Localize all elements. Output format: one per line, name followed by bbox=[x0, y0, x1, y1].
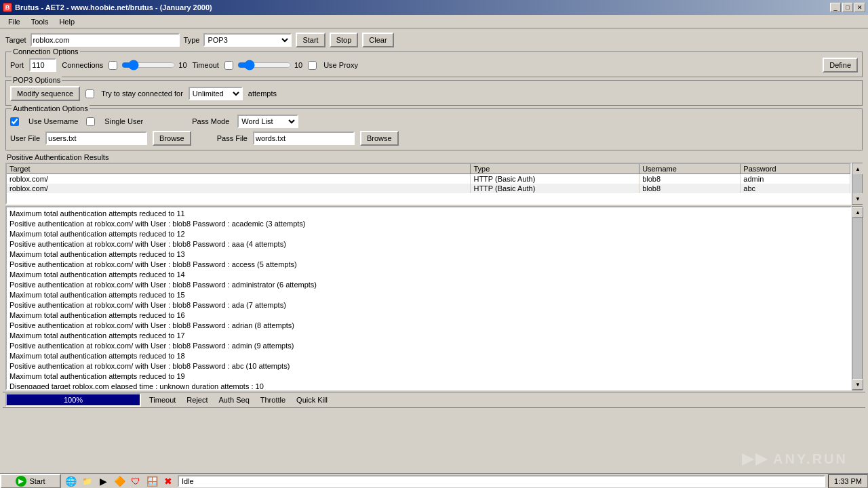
taskbar-icon-folder[interactable]: 📁 bbox=[80, 474, 94, 488]
user-file-input[interactable] bbox=[45, 131, 147, 145]
minimize-button[interactable]: _ bbox=[830, 3, 841, 12]
results-scrollbar[interactable]: ▲ ▼ bbox=[852, 163, 863, 205]
log-line: Maximum total authentication attempts re… bbox=[9, 270, 848, 280]
quick-kill-label-btn[interactable]: Quick Kill bbox=[296, 396, 328, 404]
cell-type: HTTP (Basic Auth) bbox=[471, 174, 639, 184]
log-line: Maximum total authentication attempts re… bbox=[9, 249, 848, 260]
results-title: Positive Authentication Results bbox=[5, 153, 863, 161]
taskbar-start-button[interactable]: ▶ Start bbox=[0, 474, 61, 489]
start-button[interactable]: Start bbox=[296, 33, 325, 47]
log-area[interactable]: Maximum total authentication attempts re… bbox=[5, 206, 852, 390]
log-line: Maximum total authentication attempts re… bbox=[9, 371, 848, 382]
pass-file-input[interactable] bbox=[253, 131, 355, 145]
taskbar-icon-app1[interactable]: 🪟 bbox=[145, 474, 159, 488]
use-proxy-check[interactable] bbox=[308, 61, 317, 70]
col-type: Type bbox=[471, 164, 639, 174]
col-username: Username bbox=[639, 164, 741, 174]
log-scrollbar[interactable]: ▲ ▼ bbox=[852, 206, 863, 390]
top-bar: Target Type POP3 HTTP (Basic Auth) HTTP … bbox=[3, 31, 865, 49]
taskbar: ▶ Start 🌐 📁 ▶ 🔶 🛡 🪟 ✖ Idle 1:33 PM bbox=[0, 473, 868, 488]
stop-button[interactable]: Stop bbox=[330, 33, 359, 47]
taskbar-icon-app2[interactable]: ✖ bbox=[161, 474, 175, 488]
use-username-label: Use Username bbox=[28, 117, 78, 125]
single-user-check[interactable] bbox=[86, 117, 95, 126]
pass-mode-select[interactable]: Word List Combo Brute Force bbox=[237, 115, 298, 128]
port-input[interactable] bbox=[29, 58, 56, 72]
status-text: Idle bbox=[178, 475, 825, 487]
pass-file-label: Pass File bbox=[217, 134, 248, 142]
user-file-label: User File bbox=[10, 134, 40, 142]
connections-value: 10 bbox=[178, 61, 186, 69]
cell-username: blob8 bbox=[639, 184, 741, 193]
log-scroll-down[interactable]: ▼ bbox=[852, 379, 863, 390]
taskbar-icon-ie[interactable]: 🌐 bbox=[64, 474, 77, 488]
browse-user-button[interactable]: Browse bbox=[153, 131, 191, 146]
results-table: Target Type Username Password roblox.com… bbox=[7, 164, 850, 193]
try-stay-check[interactable] bbox=[85, 89, 94, 98]
pop3-options-group: POP3 Options Modify sequence Try to stay… bbox=[5, 80, 863, 106]
cell-type: HTTP (Basic Auth) bbox=[471, 184, 639, 193]
scroll-up-button[interactable]: ▲ bbox=[852, 163, 863, 174]
menu-tools[interactable]: Tools bbox=[26, 16, 54, 27]
connections-label: Connections bbox=[62, 61, 103, 69]
pop3-options-row: Modify sequence Try to stay connected fo… bbox=[10, 83, 858, 101]
cell-target: roblox.com/ bbox=[7, 174, 471, 184]
connection-options-row: Port Connections 10 Timeout 10 Use Proxy… bbox=[10, 55, 858, 73]
log-line: Positive authentication at roblox.com/ w… bbox=[9, 300, 848, 310]
taskbar-icon-shield[interactable]: 🛡 bbox=[129, 474, 142, 488]
pass-mode-label: Pass Mode bbox=[192, 117, 229, 125]
connections-slider[interactable] bbox=[121, 60, 176, 70]
app-icon: B bbox=[3, 3, 12, 12]
connection-options-title: Connection Options bbox=[12, 47, 80, 56]
cell-username: blob8 bbox=[639, 174, 741, 184]
menu-file[interactable]: File bbox=[3, 16, 26, 27]
taskbar-icon-browser[interactable]: 🔶 bbox=[113, 474, 126, 488]
attempts-label: attempts bbox=[248, 89, 277, 98]
scroll-down-button[interactable]: ▼ bbox=[852, 193, 863, 204]
menu-help[interactable]: Help bbox=[54, 16, 80, 27]
close-button[interactable]: ✕ bbox=[854, 3, 865, 12]
taskbar-icons: 🌐 📁 ▶ 🔶 🛡 🪟 ✖ bbox=[64, 474, 175, 488]
define-button[interactable]: Define bbox=[823, 58, 858, 73]
results-table-wrapper: Target Type Username Password roblox.com… bbox=[5, 163, 852, 205]
table-row: roblox.com/ HTTP (Basic Auth) blob8 abc bbox=[7, 184, 850, 193]
target-input[interactable] bbox=[31, 33, 180, 47]
log-line: Positive authentication at roblox.com/ w… bbox=[9, 280, 848, 290]
pop3-section: POP3 Options Modify sequence Try to stay… bbox=[3, 80, 865, 106]
maximize-button[interactable]: □ bbox=[842, 3, 853, 12]
modify-sequence-button[interactable]: Modify sequence bbox=[10, 86, 80, 101]
window-title: Brutus - AET2 - www.hoobie.net/brutus - … bbox=[15, 3, 212, 12]
auth-section: Authentication Options Use Username Sing… bbox=[3, 108, 865, 150]
log-scroll-up[interactable]: ▲ bbox=[852, 207, 863, 218]
reject-label-btn[interactable]: Reject bbox=[186, 396, 208, 404]
log-line: Maximum total authentication attempts re… bbox=[9, 229, 848, 239]
auth-seq-label-btn[interactable]: Auth Seq bbox=[219, 396, 250, 404]
timeout-slider[interactable] bbox=[237, 60, 292, 70]
connections-check[interactable] bbox=[108, 61, 117, 70]
attempts-dropdown[interactable]: Unlimited 1 5 10 50 bbox=[189, 87, 243, 100]
timeout-label-btn[interactable]: Timeout bbox=[149, 396, 176, 404]
cell-password: abc bbox=[741, 184, 850, 193]
type-label: Type bbox=[184, 36, 200, 44]
log-container: Maximum total authentication attempts re… bbox=[5, 206, 863, 390]
log-line: Positive authentication at roblox.com/ w… bbox=[9, 361, 848, 371]
timeout-slider-container: 10 bbox=[224, 60, 302, 70]
browse-pass-button[interactable]: Browse bbox=[360, 131, 399, 146]
use-username-check[interactable] bbox=[10, 117, 19, 126]
type-select[interactable]: POP3 HTTP (Basic Auth) HTTP (Form) FTP T… bbox=[203, 33, 292, 47]
log-line: Maximum total authentication attempts re… bbox=[9, 310, 848, 321]
table-row: roblox.com/ HTTP (Basic Auth) blob8 admi… bbox=[7, 174, 850, 184]
auth-options-title: Authentication Options bbox=[12, 104, 90, 113]
throttle-label-btn[interactable]: Throttle bbox=[260, 396, 285, 404]
log-section: Maximum total authentication attempts re… bbox=[3, 206, 865, 390]
single-user-label: Single User bbox=[104, 117, 143, 125]
auth-options-row1: Use Username Single User Pass Mode Word … bbox=[10, 112, 858, 128]
log-line: Positive authentication at roblox.com/ w… bbox=[9, 341, 848, 351]
timeout-label: Timeout bbox=[193, 61, 219, 69]
pop3-options-title: POP3 Options bbox=[12, 76, 62, 84]
main-content: Target Type POP3 HTTP (Basic Auth) HTTP … bbox=[0, 28, 868, 411]
log-line: Positive authentication at roblox.com/ w… bbox=[9, 260, 848, 270]
clear-button[interactable]: Clear bbox=[362, 33, 393, 47]
taskbar-icon-media[interactable]: ▶ bbox=[96, 474, 110, 488]
timeout-check[interactable] bbox=[224, 61, 233, 70]
